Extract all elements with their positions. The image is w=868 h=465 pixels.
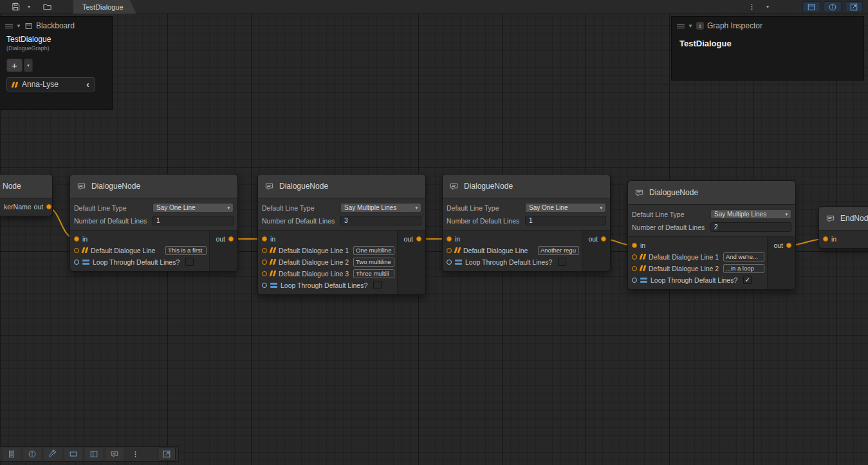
dialogue-line-field[interactable]: Three multili (353, 269, 394, 278)
node-title-bar[interactable]: EndNode (819, 207, 868, 231)
graph-tab[interactable]: TestDialogue (73, 0, 136, 14)
count-field[interactable]: 1 (152, 216, 234, 225)
more-options-dropdown[interactable]: ▾ (761, 1, 774, 13)
dialogue-node-3[interactable]: DialogueNode Default Line Type Say One L… (442, 174, 611, 272)
dialogue-node-1[interactable]: DialogueNode Default Line Type Say One L… (69, 174, 238, 272)
node-title-bar[interactable]: DialogueNode (70, 175, 237, 198)
dialogue-preview-button[interactable] (106, 448, 124, 460)
loop-port[interactable] (632, 278, 637, 283)
dialogue-line-field[interactable]: ...in a loop (723, 264, 764, 273)
dialogue-line-port[interactable] (262, 260, 267, 265)
line-type-value: Say Multiple Lines (714, 210, 766, 218)
node-title-bar[interactable]: DialogueNode (258, 175, 425, 198)
end-node[interactable]: EndNode in (818, 206, 868, 249)
dialogue-line-label: Default Dialogue Line (463, 247, 528, 254)
loop-icon (455, 260, 462, 265)
loop-port[interactable] (262, 283, 267, 288)
open-folder-button[interactable] (41, 1, 54, 13)
dialogue-line-field[interactable]: Another regu (538, 246, 579, 255)
more-options-button[interactable] (745, 1, 758, 13)
line-type-dropdown[interactable]: Say One Line ▾ (152, 203, 234, 213)
blackboard-graph-type: (DialogueGraph) (0, 44, 113, 52)
info-button[interactable] (23, 448, 41, 460)
line-type-value: Say Multiple Lines (344, 204, 396, 212)
count-field[interactable]: 3 (340, 216, 421, 225)
chevron-left-icon[interactable]: ‹ (86, 80, 89, 89)
out-port[interactable] (228, 236, 234, 242)
loop-checkbox[interactable]: ✓ (743, 276, 752, 284)
line-type-dropdown[interactable]: Say Multiple Lines ▾ (340, 203, 421, 213)
in-port[interactable] (447, 236, 452, 242)
in-port-label: in (455, 235, 460, 243)
start-node-partial[interactable]: Node kerName out (0, 174, 53, 216)
out-port[interactable] (601, 236, 606, 242)
dialogue-node-4[interactable]: DialogueNode Default Line Type Say Multi… (627, 180, 796, 290)
frame-all-button[interactable] (64, 448, 82, 460)
loop-checkbox[interactable] (558, 258, 566, 266)
more-button[interactable] (126, 448, 144, 460)
blackboard-icon (24, 22, 33, 30)
dialogue-line-field[interactable]: And we're... (723, 252, 764, 261)
inspector-graph-name: TestDialogue (672, 33, 863, 53)
dialogue-line-label: Default Dialogue Line 3 (279, 270, 349, 278)
menu-icon[interactable] (677, 24, 685, 28)
save-button[interactable] (9, 1, 23, 13)
count-field[interactable]: 2 (710, 222, 791, 232)
blackboard-property-row[interactable]: Anna-Lyse ‹ (6, 77, 95, 91)
quote-icon (270, 247, 275, 253)
loop-port[interactable] (74, 260, 79, 265)
rectangle-icon (69, 450, 78, 459)
loop-checkbox[interactable] (373, 281, 382, 289)
dialogue-line-port[interactable] (262, 271, 267, 276)
in-port[interactable] (74, 236, 79, 242)
chevron-down-icon: ▾ (600, 204, 602, 212)
line-type-label: Default Line Type (632, 211, 710, 218)
count-field[interactable]: 1 (525, 216, 606, 225)
menu-icon[interactable] (5, 24, 13, 28)
add-property-dropdown[interactable]: ▾ (24, 59, 33, 72)
dialogue-line-port[interactable] (74, 248, 79, 253)
line-type-dropdown[interactable]: Say Multiple Lines ▾ (710, 209, 791, 219)
node-title-bar[interactable]: DialogueNode (443, 175, 610, 198)
node-title-bar[interactable]: Node (0, 175, 52, 198)
fullscreen-button[interactable] (158, 448, 176, 460)
add-property-button[interactable]: + (6, 59, 23, 72)
collapse-arrow-icon[interactable]: ▼ (688, 23, 693, 29)
dialogue-line-port[interactable] (632, 254, 637, 260)
count-label: Number of Default Lines (262, 217, 340, 225)
in-port[interactable] (823, 236, 828, 242)
line-type-dropdown[interactable]: Say One Line ▾ (525, 203, 606, 213)
dialogue-line-label: Default Dialogue Line 1 (279, 247, 349, 254)
in-port[interactable] (632, 243, 637, 248)
blackboard-toggle-button[interactable] (802, 1, 820, 12)
loop-checkbox[interactable] (185, 258, 194, 266)
dialogue-line-port[interactable] (632, 266, 637, 271)
loop-label: Loop Through Default Lines? (281, 281, 367, 289)
blackboard-title: Blackboard (36, 21, 75, 30)
check-icon: ✓ (745, 277, 750, 283)
out-port[interactable] (46, 204, 51, 209)
dialogue-line-port[interactable] (447, 248, 452, 253)
dialogue-line-field[interactable]: One multiline (353, 246, 394, 255)
console-button[interactable] (3, 448, 21, 460)
graph-inspector-panel: ▼ i Graph Inspector TestDialogue (671, 16, 864, 81)
blackboard-button[interactable] (85, 448, 103, 460)
dialogue-line-field[interactable]: This is a first (165, 246, 207, 255)
dialogue-node-2[interactable]: DialogueNode Default Line Type Say Multi… (257, 174, 426, 295)
loop-icon (270, 283, 277, 288)
loop-port[interactable] (447, 260, 452, 265)
chevron-down-icon: ▾ (785, 210, 788, 218)
port-label: kerName (4, 203, 32, 211)
dialogue-line-port[interactable] (262, 248, 267, 253)
out-port[interactable] (786, 243, 791, 248)
tools-button[interactable] (44, 448, 62, 460)
node-title-bar[interactable]: DialogueNode (628, 181, 795, 205)
minimap-toggle-button[interactable] (845, 1, 863, 12)
dialogue-line-field[interactable]: Two multiline (353, 258, 394, 267)
out-port[interactable] (416, 236, 421, 242)
node-title: DialogueNode (649, 188, 698, 197)
in-port[interactable] (262, 236, 267, 242)
inspector-toggle-button[interactable] (824, 1, 842, 12)
collapse-arrow-icon[interactable]: ▼ (16, 23, 21, 29)
save-dropdown-button[interactable]: ▾ (23, 1, 35, 13)
